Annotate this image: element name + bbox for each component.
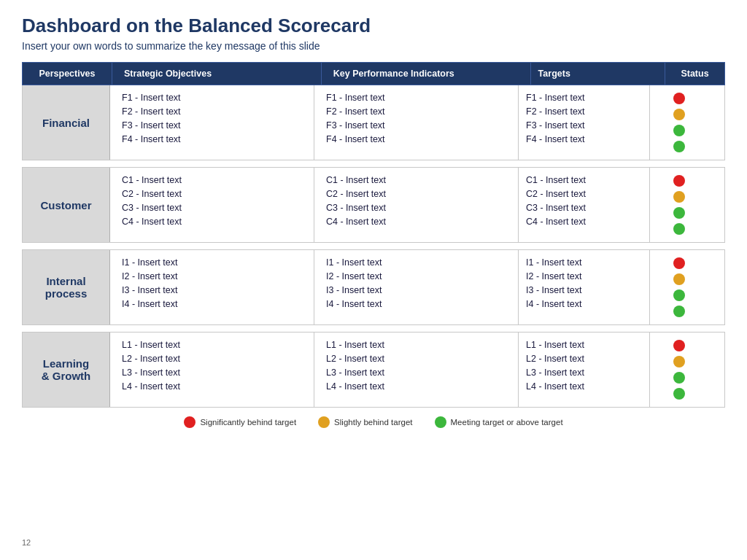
kpi-item: F3 - Insert text [326,120,511,131]
objective-item: F4 - Insert text [122,134,306,144]
page-title: Dashboard on the Balanced Scorecard [22,15,725,37]
col-kpi: Key Performance Indicators [321,63,530,85]
objective-item: I1 - Insert text [122,257,306,268]
col-status: Status [665,63,725,85]
status-dot-green [673,125,685,136]
kpi-item: L3 - Insert text [326,368,511,378]
objective-item: F2 - Insert text [122,106,306,117]
legend-red: Significantly behind target [184,416,296,428]
perspective-label: Learning & Growth [23,332,110,407]
target-item: C3 - Insert text [526,203,642,213]
status-dot-yellow [673,273,685,285]
status-dot-yellow [673,356,685,368]
target-item: L2 - Insert text [526,354,642,364]
legend-green: Meeting target or above target [435,416,563,428]
page-number: 12 [22,538,31,547]
status-dot-green [673,289,685,301]
table-row: Learning & GrowthL1 - Insert textL2 - In… [23,332,725,408]
legend-yellow: Slightly behind target [318,416,412,428]
kpi-item: C2 - Insert text [326,189,511,199]
objective-item: I4 - Insert text [122,299,306,309]
objective-item: C1 - Insert text [122,175,306,185]
objective-item: C2 - Insert text [122,189,306,199]
status-dot-red [673,93,685,104]
status-dot-red [673,257,685,269]
page-subtitle: Insert your own words to summarize the k… [22,40,725,52]
objective-item: L2 - Insert text [122,354,306,364]
legend-red-dot [184,416,196,428]
scorecard-table: Perspectives Strategic Objectives Key Pe… [22,62,725,408]
target-item: I2 - Insert text [526,271,642,281]
status-dot-green [673,207,685,219]
target-item: F2 - Insert text [526,106,642,117]
objective-item: I2 - Insert text [122,271,306,281]
legend-red-label: Significantly behind target [200,418,296,427]
kpi-item: L4 - Insert text [326,381,511,392]
kpi-item: C3 - Insert text [326,203,511,213]
perspective-label: Financial [23,85,110,160]
target-item: I1 - Insert text [526,257,642,268]
target-item: L1 - Insert text [526,340,642,350]
kpi-item: I4 - Insert text [326,299,511,309]
target-item: F3 - Insert text [526,120,642,131]
col-targets: Targets [530,63,665,85]
perspective-label: Internal process [23,250,110,324]
status-dot-red [673,340,685,351]
kpi-item: L1 - Insert text [326,340,511,350]
objective-item: I3 - Insert text [122,285,306,295]
kpi-item: F1 - Insert text [326,93,511,103]
kpi-item: I1 - Insert text [326,257,511,268]
target-item: C1 - Insert text [526,175,642,185]
status-dot-yellow [673,109,685,120]
target-item: I4 - Insert text [526,299,642,309]
objective-item: C4 - Insert text [122,217,306,227]
kpi-item: I2 - Insert text [326,271,511,281]
table-row: FinancialF1 - Insert textF2 - Insert tex… [23,85,725,160]
target-item: C4 - Insert text [526,217,642,227]
target-item: F4 - Insert text [526,134,642,144]
kpi-item: F4 - Insert text [326,134,511,144]
objective-item: F3 - Insert text [122,120,306,131]
target-item: F1 - Insert text [526,93,642,103]
status-dot-green [673,306,685,317]
objective-item: L3 - Insert text [122,368,306,378]
status-dot-green [673,388,685,400]
legend: Significantly behind target Slightly beh… [22,416,725,428]
kpi-item: C1 - Insert text [326,175,511,185]
kpi-item: L2 - Insert text [326,354,511,364]
status-dot-green [673,141,685,152]
legend-green-dot [435,416,446,428]
kpi-item: C4 - Insert text [326,217,511,227]
kpi-item: F2 - Insert text [326,106,511,117]
status-dot-red [673,175,685,187]
target-item: L3 - Insert text [526,368,642,378]
target-item: C2 - Insert text [526,189,642,199]
legend-green-label: Meeting target or above target [451,418,563,427]
objective-item: C3 - Insert text [122,203,306,213]
status-dot-green [673,372,685,384]
target-item: L4 - Insert text [526,381,642,392]
target-item: I3 - Insert text [526,285,642,295]
col-strategic: Strategic Objectives [112,63,321,85]
status-dot-yellow [673,191,685,203]
col-perspectives: Perspectives [23,63,112,85]
objective-item: L1 - Insert text [122,340,306,350]
objective-item: F1 - Insert text [122,93,306,103]
legend-yellow-dot [318,416,330,428]
objective-item: L4 - Insert text [122,381,306,392]
kpi-item: I3 - Insert text [326,285,511,295]
table-row: Internal processI1 - Insert textI2 - Ins… [23,250,725,325]
legend-yellow-label: Slightly behind target [334,418,412,427]
perspective-label: Customer [23,168,110,242]
table-row: CustomerC1 - Insert textC2 - Insert text… [23,168,725,243]
status-dot-green [673,223,685,235]
